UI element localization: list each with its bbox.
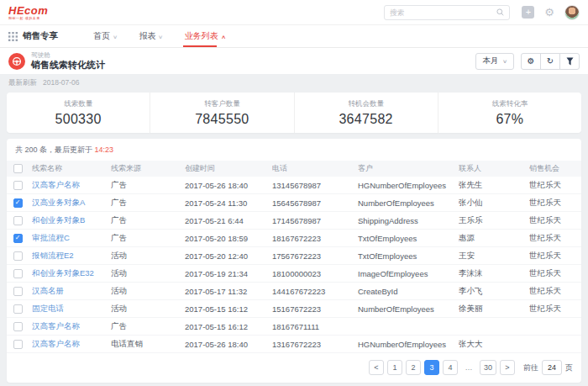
customer-cell: NumberOfEmployees bbox=[358, 198, 459, 208]
lead-name-link[interactable]: 和创业务对象E32 bbox=[32, 268, 94, 278]
lead-name-link[interactable]: 汉高业务对象A bbox=[32, 198, 85, 207]
lead-name-link[interactable]: 汉高客户名称 bbox=[32, 321, 80, 330]
search-icon bbox=[496, 8, 504, 16]
search-input[interactable] bbox=[390, 8, 496, 17]
refresh-icon: ↻ bbox=[547, 56, 554, 66]
table-header-row: 线索名称 线索来源 创建时间 电话 客户 联系人 销售机会 bbox=[7, 161, 581, 177]
add-button[interactable]: + bbox=[522, 6, 534, 19]
select-all-checkbox[interactable] bbox=[13, 164, 23, 173]
contact-cell: 王安 bbox=[459, 251, 529, 262]
contact-cell: 王乐乐 bbox=[459, 215, 529, 226]
table-row[interactable]: 汉高名册 活动 2017-05-17 11:32 144167672223 Cr… bbox=[7, 283, 581, 300]
lead-name-link[interactable]: 报销流程E2 bbox=[32, 251, 74, 260]
next-page-button[interactable]: > bbox=[500, 360, 515, 375]
lead-source-cell: 广告 bbox=[111, 215, 185, 226]
row-checkbox[interactable] bbox=[13, 322, 23, 331]
tab-business-list[interactable]: 业务列表∧ bbox=[185, 25, 225, 47]
page-button-30[interactable]: 30 bbox=[480, 360, 496, 375]
table-summary: 共 200 条，最后更新于 14:23 bbox=[7, 139, 581, 161]
col-lead-name: 线索名称 bbox=[32, 163, 111, 174]
table-row[interactable]: 和创业务对象E32 活动 2017-05-19 21:34 1810000002… bbox=[7, 265, 581, 283]
table-row[interactable]: 汉高客户名称 广告 2017-05-26 18:40 13145678987 H… bbox=[7, 177, 581, 194]
app-grid-icon[interactable] bbox=[8, 32, 18, 41]
logo-text: HEcom bbox=[8, 5, 48, 16]
contact-cell: 张先生 bbox=[459, 180, 529, 191]
created-time-cell: 2017-05-19 21:34 bbox=[185, 269, 272, 278]
chevron-down-icon: ∨ bbox=[159, 34, 164, 40]
topbar: HEcom 和创一起·成就未来 + ⚙ bbox=[0, 0, 588, 25]
nav-tabs: 首页∨ 报表∨ 业务列表∧ bbox=[93, 25, 225, 47]
filter-tool-button[interactable] bbox=[559, 53, 580, 70]
period-dropdown[interactable]: 本月∨ bbox=[475, 53, 514, 70]
cockpit-icon bbox=[8, 53, 25, 70]
table-row[interactable]: 汉高客户名称 电话直销 2017-05-26 18:40 13167672223… bbox=[7, 336, 581, 353]
stat-customers: 转客户数量 7845550 bbox=[150, 93, 294, 133]
row-checkbox[interactable] bbox=[13, 251, 23, 261]
row-checkbox[interactable]: ✓ bbox=[13, 198, 23, 208]
settings-icon[interactable]: ⚙ bbox=[544, 7, 554, 18]
goto-page-input[interactable] bbox=[542, 360, 562, 375]
lead-source-cell: 广告 bbox=[111, 321, 185, 332]
phone-cell: 13167672223 bbox=[272, 340, 358, 349]
row-checkbox[interactable] bbox=[13, 304, 23, 314]
page-button-2[interactable]: 2 bbox=[406, 360, 421, 375]
lead-name-link[interactable]: 汉高客户名称 bbox=[32, 339, 80, 348]
contact-cell: 惠源 bbox=[459, 233, 529, 244]
page-button-1[interactable]: 1 bbox=[387, 360, 402, 375]
table-row[interactable]: ✓ 审批流程C 广告 2017-05-20 18:59 18167672223 … bbox=[7, 230, 581, 247]
row-checkbox[interactable] bbox=[13, 340, 23, 349]
page-button-3[interactable]: 3 bbox=[424, 360, 439, 375]
prev-page-button[interactable]: < bbox=[369, 360, 384, 375]
phone-cell: 144167672223 bbox=[272, 287, 358, 296]
phone-cell: 15645678987 bbox=[272, 198, 358, 208]
row-checkbox[interactable] bbox=[13, 269, 23, 278]
lead-name-link[interactable]: 固定电话 bbox=[32, 304, 64, 313]
table-row[interactable]: 和创业务对象B 广告 2017-05-21 6:44 17145678987 S… bbox=[7, 212, 581, 230]
refresh-tool-button[interactable]: ↻ bbox=[540, 53, 560, 70]
last-refresh-bar: 最新刷新 2018-07-06 bbox=[7, 74, 581, 93]
contact-cell: 李沫沫 bbox=[459, 268, 529, 279]
customer-cell: TxtOfEmployees bbox=[358, 251, 459, 261]
customer-cell: TxtOfEmployees bbox=[358, 234, 459, 243]
row-checkbox[interactable]: ✓ bbox=[13, 234, 23, 243]
gear-icon: ⚙ bbox=[528, 56, 535, 66]
contact-cell: 张小仙 bbox=[459, 198, 529, 209]
table-row[interactable]: ✓ 汉高业务对象A 广告 2017-05-24 11:30 1564567898… bbox=[7, 194, 581, 212]
page-title: 销售线索转化统计 bbox=[31, 60, 105, 70]
opportunity-cell: 世纪乐天 bbox=[529, 233, 581, 244]
main-nav: 销售专享 首页∨ 报表∨ 业务列表∧ bbox=[0, 25, 588, 48]
page-button-4[interactable]: 4 bbox=[443, 360, 458, 375]
opportunity-cell: 世纪乐天 bbox=[529, 304, 581, 315]
lead-name-link[interactable]: 和创业务对象B bbox=[32, 215, 85, 225]
stat-value: 500330 bbox=[55, 112, 102, 127]
table-row[interactable]: 报销流程E2 活动 2017-05-20 12:40 17567672223 T… bbox=[7, 247, 581, 265]
customer-cell: ShippingAddress bbox=[358, 216, 459, 225]
filter-icon bbox=[566, 57, 574, 66]
tab-reports[interactable]: 报表∨ bbox=[139, 25, 162, 47]
created-time-cell: 2017-05-17 11:32 bbox=[185, 287, 272, 296]
created-time-cell: 2017-05-20 18:59 bbox=[185, 234, 272, 243]
opportunity-cell: 世纪乐天 bbox=[529, 251, 581, 262]
table-row[interactable]: 固定电话 活动 2017-05-15 16:12 15167672223 Num… bbox=[7, 300, 581, 318]
lead-name-link[interactable]: 汉高名册 bbox=[32, 286, 64, 295]
row-checkbox[interactable] bbox=[13, 181, 23, 190]
leads-table-card: 共 200 条，最后更新于 14:23 线索名称 线索来源 创建时间 电话 客户… bbox=[7, 139, 581, 383]
global-search[interactable] bbox=[384, 5, 510, 20]
customer-cell: ImageOfEmployees bbox=[358, 269, 459, 278]
phone-cell: 17145678987 bbox=[272, 216, 358, 225]
chevron-down-icon: ∨ bbox=[113, 34, 118, 40]
lead-name-link[interactable]: 审批流程C bbox=[32, 233, 70, 242]
stat-leads: 线索数量 500330 bbox=[7, 93, 150, 133]
contact-cell: 徐美丽 bbox=[459, 304, 529, 315]
phone-cell: 18167672223 bbox=[272, 234, 358, 243]
row-checkbox[interactable] bbox=[13, 287, 23, 296]
table-row[interactable]: 汉高客户名称 广告 2017-05-15 16:12 18167671111 bbox=[7, 318, 581, 336]
lead-name-link[interactable]: 汉高客户名称 bbox=[32, 180, 80, 189]
page-header: 驾驶舱 销售线索转化统计 本月∨ ⚙ ↻ bbox=[0, 48, 588, 74]
row-checkbox[interactable] bbox=[13, 216, 23, 225]
tab-home[interactable]: 首页∨ bbox=[93, 25, 117, 47]
phone-cell: 18167671111 bbox=[272, 322, 358, 331]
stats-card: 线索数量 500330 转客户数量 7845550 转机会数量 3647582 … bbox=[7, 93, 581, 133]
settings-tool-button[interactable]: ⚙ bbox=[521, 53, 541, 70]
user-avatar[interactable] bbox=[564, 5, 580, 20]
